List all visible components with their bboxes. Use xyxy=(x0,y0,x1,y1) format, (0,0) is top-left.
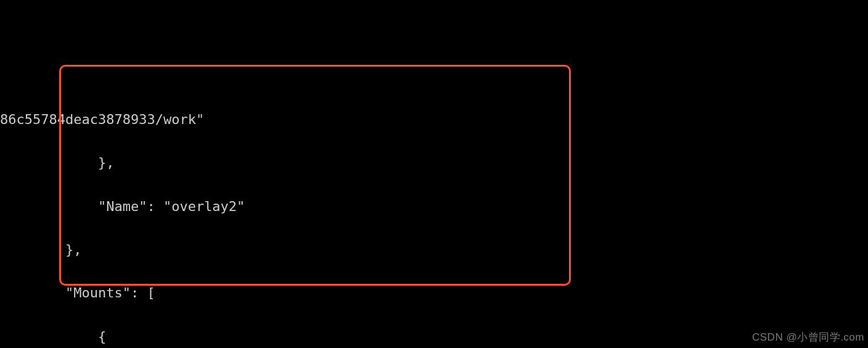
code-line: "Mounts": [ xyxy=(0,282,868,304)
code-line: }, xyxy=(0,152,868,173)
watermark-text: CSDN @小曾同学.com xyxy=(752,329,864,346)
code-line: "Name": "overlay2" xyxy=(0,196,868,217)
code-line: { xyxy=(0,326,868,347)
terminal-output: 86c55784deac3878933/work" }, "Name": "ov… xyxy=(0,87,868,348)
code-line: 86c55784deac3878933/work" xyxy=(0,109,868,130)
code-line: }, xyxy=(0,239,868,260)
